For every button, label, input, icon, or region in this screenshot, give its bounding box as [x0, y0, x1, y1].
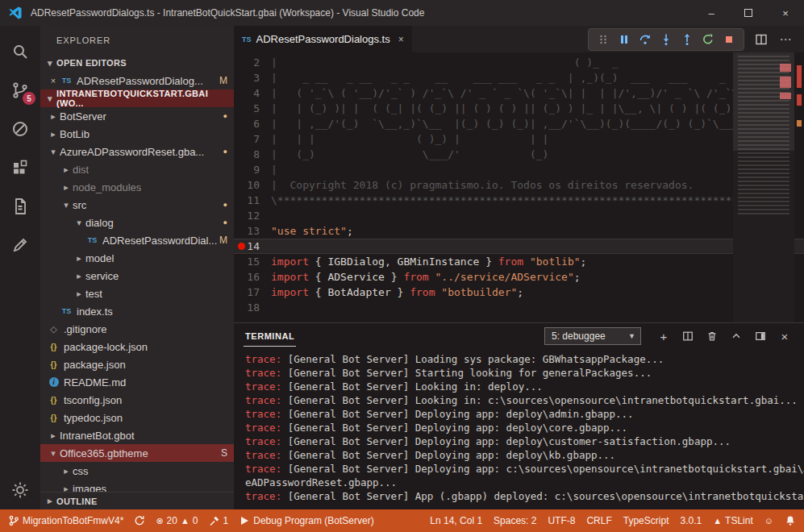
close-panel-button[interactable]: ×: [775, 326, 794, 346]
new-terminal-button[interactable]: +: [654, 326, 673, 346]
overview-ruler[interactable]: [794, 52, 804, 322]
tree-item-readme-md[interactable]: iREADME.md: [40, 373, 234, 391]
step-into-button[interactable]: [656, 31, 676, 48]
tree-item-typedoc-json[interactable]: {}typedoc.json: [40, 409, 234, 426]
language-indicator[interactable]: TypeScript: [623, 515, 669, 526]
more-actions-button[interactable]: ⋯: [775, 29, 796, 50]
code-line-14[interactable]: 14: [234, 239, 804, 254]
step-over-button[interactable]: [635, 31, 655, 48]
debug-status[interactable]: Debug Program (BotServer): [239, 515, 373, 526]
tree-item-index-ts[interactable]: TSindex.ts: [40, 302, 234, 320]
tslint-indicator[interactable]: ▲ TSLint: [713, 515, 753, 526]
code-line-15[interactable]: 15import { IGBDialog, GBMinInstance } fr…: [234, 254, 804, 269]
tree-item-model[interactable]: ▸model: [40, 249, 234, 267]
git-branch-indicator[interactable]: MigrationToBotFmwV4*: [8, 515, 123, 526]
window-title: ADResetPasswordDialogs.ts - IntranetBotQ…: [31, 7, 424, 19]
debug-view-button[interactable]: [0, 110, 40, 148]
tree-item-css[interactable]: ▸css: [40, 462, 234, 480]
close-editor-icon[interactable]: ×: [47, 76, 60, 85]
close-tab-icon[interactable]: ×: [398, 34, 404, 45]
maximize-panel-button[interactable]: [727, 326, 746, 346]
code-line-2[interactable]: 2| ( )_ _ |: [234, 55, 804, 70]
stop-button[interactable]: [719, 31, 739, 48]
version-indicator[interactable]: 3.0.1: [680, 515, 702, 526]
notifications-button[interactable]: [785, 515, 796, 526]
outline-section-header[interactable]: ▸ OUTLINE: [40, 492, 234, 509]
edit-view-button[interactable]: [0, 226, 40, 264]
readme-info-icon: i: [47, 377, 60, 387]
tree-item-adresetpassworddial[interactable]: TSADResetPasswordDial...M: [40, 231, 234, 249]
tree-item-gitignore[interactable]: ◇.gitignore: [40, 320, 234, 338]
tree-item-package-lock-json[interactable]: {}package-lock.json: [40, 338, 234, 355]
feedback-button[interactable]: ☺: [764, 516, 773, 526]
code-line-6[interactable]: 6| | ,__/'(_) `\__,_)`\__ |(_) (_) (_)| …: [234, 116, 804, 131]
terminal-output[interactable]: trace: [General Bot Server] Loading sys …: [234, 349, 804, 509]
tree-item-src[interactable]: ▾src●: [40, 196, 234, 214]
tree-item-dist[interactable]: ▸dist: [40, 160, 234, 178]
tree-item-botlib[interactable]: ▸BotLib: [40, 125, 234, 143]
code-line-12[interactable]: 12: [234, 208, 804, 223]
minimap-highlight: [780, 77, 791, 88]
sync-button[interactable]: [134, 515, 145, 526]
minimap[interactable]: [733, 52, 794, 322]
tree-item-node-modules[interactable]: ▸node_modules: [40, 178, 234, 196]
maximize-button[interactable]: [730, 0, 767, 26]
workspace-section-header[interactable]: ▾ INTRANETBOTQUICKSTART.GBAI (WO...: [40, 89, 234, 107]
search-view-button[interactable]: [0, 32, 40, 71]
encoding-indicator[interactable]: UTF-8: [548, 515, 575, 526]
eol-indicator[interactable]: CRLF: [586, 515, 611, 526]
code-line-13[interactable]: 13"use strict";: [234, 223, 804, 239]
code-line-10[interactable]: 10| Copyright 2018 (c) pragmatismo.io. T…: [234, 177, 804, 193]
terminal-selector[interactable]: 5: debuggee ▼: [544, 327, 641, 345]
tree-item-service[interactable]: ▸service: [40, 267, 234, 285]
toggle-panel-position-button[interactable]: [751, 326, 770, 346]
code-line-4[interactable]: 4| ( '_`\ ( '__)/'_` ) /'_`\ /' _ ` _ `\…: [234, 85, 804, 101]
tree-item-test[interactable]: ▸test: [40, 285, 234, 302]
code-line-18[interactable]: 18: [234, 300, 804, 315]
problems-indicator[interactable]: ⊗ 20 ▲ 0: [156, 515, 198, 526]
source-control-view-button[interactable]: 5: [0, 71, 40, 110]
line-number: 12: [234, 208, 271, 223]
tree-item-azureadpasswordreset-gba[interactable]: ▾AzureADPasswordReset.gba...●: [40, 143, 234, 160]
code-editor[interactable]: 2| ( )_ _ |3| _ __ _ __ _ _ __ ___ ___ _…: [234, 52, 804, 322]
split-terminal-button[interactable]: [678, 326, 698, 346]
code-line-9[interactable]: 9| |: [234, 162, 804, 177]
settings-button[interactable]: [0, 471, 40, 509]
code-line-7[interactable]: 7| | | ( )_) | | | |: [234, 131, 804, 147]
code-line-5[interactable]: 5| | (_) )| | ( (_| |( (_) || ( ) ( ) ||…: [234, 101, 804, 116]
code-line-8[interactable]: 8| (_) \___/' (_) |: [234, 147, 804, 162]
documents-view-button[interactable]: [0, 187, 40, 226]
open-editor-item[interactable]: × TS ADResetPasswordDialog... M: [40, 72, 234, 89]
restart-button[interactable]: [698, 31, 718, 48]
pause-icon: [618, 33, 631, 46]
code-line-17[interactable]: 17import { BotAdapter } from "botbuilder…: [234, 285, 804, 300]
tree-item-office365-gbtheme[interactable]: ▾Office365.gbthemeS: [40, 444, 234, 462]
tree-item-botserver[interactable]: ▸BotServer●: [40, 107, 234, 125]
breakpoint-icon[interactable]: [238, 243, 245, 250]
tree-item-package-json[interactable]: {}package.json: [40, 355, 234, 373]
close-button[interactable]: ×: [767, 0, 804, 26]
split-editor-button[interactable]: [751, 29, 772, 50]
indentation-indicator[interactable]: Spaces: 2: [494, 515, 536, 526]
cursor-position[interactable]: Ln 14, Col 1: [430, 515, 482, 526]
tree-item-label: model: [85, 252, 114, 264]
tree-item-tsconfig-json[interactable]: {}tsconfig.json: [40, 391, 234, 409]
open-editors-header[interactable]: ▾ OPEN EDITORS: [40, 54, 234, 72]
tab-adresetpassworddialogs[interactable]: TS ADResetPasswordDialogs.ts ×: [234, 26, 412, 52]
tree-item-dialog[interactable]: ▾dialog●: [40, 214, 234, 231]
code-line-16[interactable]: 16import { ADService } from "../service/…: [234, 269, 804, 285]
minimize-button[interactable]: –: [693, 0, 730, 26]
pause-button[interactable]: [614, 31, 634, 48]
toolbar-drag-handle[interactable]: [594, 31, 613, 48]
tree-item-label: AzureADPasswordReset.gba...: [60, 146, 204, 158]
step-out-button[interactable]: [677, 31, 697, 48]
tree-item-intranetbot-gbot[interactable]: ▸IntranetBot.gbot: [40, 426, 234, 444]
status-bar-right: Ln 14, Col 1 Spaces: 2 UTF-8 CRLF TypeSc…: [419, 515, 796, 526]
tasks-indicator[interactable]: 1: [209, 515, 229, 526]
kill-terminal-button[interactable]: [702, 326, 722, 346]
extensions-view-button[interactable]: [0, 148, 40, 187]
code-line-3[interactable]: 3| _ __ _ __ _ _ __ ___ ___ _ _ | ,_)(_)…: [234, 70, 804, 85]
code-line-11[interactable]: 11\*************************************…: [234, 193, 804, 208]
branch-name: MigrationToBotFmwV4*: [23, 515, 123, 526]
terminal-panel-tab[interactable]: TERMINAL: [244, 326, 296, 347]
